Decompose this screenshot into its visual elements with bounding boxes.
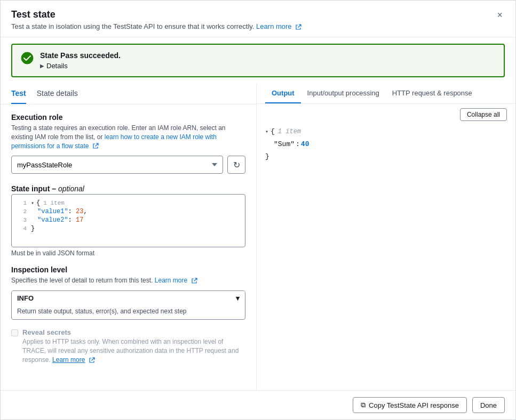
tab-http-request-response[interactable]: HTTP request & response [386,84,479,103]
code-line-1: 1 ▾ { 1 item [12,199,245,207]
details-toggle[interactable]: ▶ Details [40,62,121,70]
success-icon [21,52,34,64]
inspection-level-section: Inspection level Specifies the level of … [11,265,245,320]
modal-container: Test state Test a state in isolation usi… [0,0,516,420]
reveal-external-link-icon [89,357,95,364]
state-input-label: State input – optional [11,184,245,193]
modal-header: Test state Test a state in isolation usi… [1,1,515,37]
json-line-close: } [265,150,507,163]
output-toolbar: Collapse all [257,104,515,125]
reveal-secrets-checkbox[interactable] [11,329,18,336]
reveal-learn-more-link[interactable]: Learn more [52,356,85,364]
left-panel: Test State details Execution role Testin… [1,84,257,390]
format-hint: Must be in valid JSON format [11,249,245,257]
execution-role-dropdown[interactable]: myPassStateRole [11,156,223,174]
learn-more-link[interactable]: Learn more [256,22,291,30]
code-editor[interactable]: 1 ▾ { 1 item 2 "value1" : 23 , [11,194,245,247]
left-tabs: Test State details [1,84,256,104]
svg-point-0 [21,52,33,64]
reveal-secrets-section: Reveal secrets Applies to HTTP tasks onl… [11,328,245,364]
json-value-sum: 40 [301,138,309,150]
json-line-open: ▾ { 1 item [265,125,507,138]
collapse-all-button[interactable]: Collapse all [460,108,507,121]
code-line-2: 2 "value1" : 23 , [12,207,245,216]
inspection-dropdown-arrow-icon: ▾ [236,294,240,302]
external-link-icon [295,24,301,30]
json-output: ▾ { 1 item "Sum" : 40 } [257,125,515,390]
json-item-count: 1 item [278,126,301,138]
tab-test[interactable]: Test [11,84,26,104]
modal-header-left: Test state Test a state in isolation usi… [11,9,301,30]
inspection-level-value: INFO [17,294,34,302]
copy-icon: ⧉ [361,401,366,409]
inspection-external-link-icon [191,278,197,284]
modal-title: Test state [11,9,301,20]
success-banner: State Pass succeeded. ▶ Details [11,44,505,77]
refresh-button[interactable]: ↻ [227,156,245,174]
success-title: State Pass succeeded. [40,51,121,60]
right-tabs: Output Input/output processing HTTP requ… [257,84,515,104]
details-arrow-icon: ▶ [40,63,44,69]
json-line-sum: "Sum" : 40 [265,138,507,150]
reveal-secrets-label: Reveal secrets [22,328,245,336]
iam-external-link-icon [92,143,99,149]
left-panel-content: Execution role Testing a state requires … [1,104,256,384]
execution-role-row: myPassStateRole ↻ [11,156,245,174]
success-banner-text: State Pass succeeded. ▶ Details [40,51,121,70]
code-line-4: 4 } [12,224,245,233]
reveal-secrets-desc: Applies to HTTP tasks only. When combine… [22,337,245,364]
inspection-level-dropdown[interactable]: INFO ▾ Return state output, status, erro… [11,290,245,320]
inspection-level-title: Inspection level [11,265,245,274]
modal-description: Test a state in isolation using the Test… [11,22,301,30]
copy-api-response-button[interactable]: ⧉ Copy TestState API response [353,397,467,413]
execution-role-desc: Testing a state requires an execution ro… [11,124,245,150]
json-key-sum: "Sum" [274,138,295,150]
close-button[interactable]: × [495,9,505,21]
modal-body: Test State details Execution role Testin… [1,84,515,390]
inspection-learn-more-link[interactable]: Learn more [155,277,187,284]
execution-role-section: Execution role Testing a state requires … [11,113,245,174]
modal-footer: ⧉ Copy TestState API response Done [1,390,515,419]
inspection-level-desc: Specifies the level of detail to return … [11,276,245,285]
execution-role-title: Execution role [11,113,245,122]
done-button[interactable]: Done [472,397,505,413]
code-line-3: 3 "value2" : 17 [12,216,245,224]
inspection-level-description: Return state output, status, error(s), a… [12,305,245,319]
state-input-section: State input – optional 1 ▾ { 1 item 2 "v [11,184,245,257]
tab-output[interactable]: Output [265,84,301,103]
json-collapse-arrow-icon: ▾ [265,127,268,137]
right-panel: Output Input/output processing HTTP requ… [257,84,515,390]
refresh-icon: ↻ [233,160,240,170]
tab-input-output-processing[interactable]: Input/output processing [301,84,386,103]
start-test-row: Start test [1,384,256,390]
tab-state-details[interactable]: State details [37,84,78,104]
